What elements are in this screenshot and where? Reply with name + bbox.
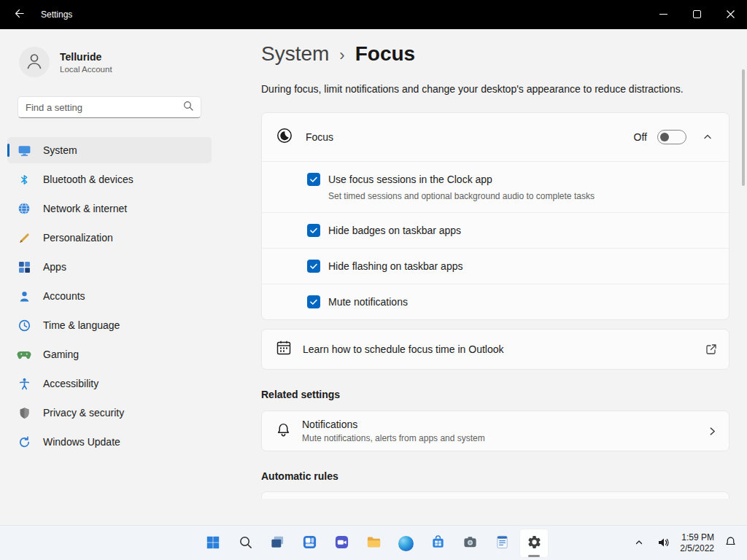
search-icon [183,101,193,114]
taskbar: 1:59 PM 2/5/2022 [0,525,747,560]
taskbar-clock[interactable]: 1:59 PM 2/5/2022 [680,532,714,554]
sidebar-item-accounts[interactable]: Accounts [7,283,212,309]
option-row-focus-sessions[interactable]: Use focus sessions in the Clock app Set … [262,161,729,212]
sidebar-nav: System Bluetooth & devices Network & int… [0,137,219,455]
main-content: System › Focus During focus, limit notif… [219,29,747,525]
sidebar: Telluride Local Account System Bluetoo [0,29,219,525]
sidebar-item-label: Apps [43,261,66,273]
chat-camera-icon [334,534,349,552]
user-account-row[interactable]: Telluride Local Account [0,39,219,85]
back-arrow-icon [14,8,25,21]
focus-toggle-state: Off [634,131,647,143]
clock-icon [17,319,31,332]
sidebar-item-windows-update[interactable]: Windows Update [7,429,212,455]
sidebar-item-label: Accounts [43,290,85,302]
related-settings-heading: Related settings [261,389,729,400]
speaker-icon [657,536,670,551]
bluetooth-icon [17,174,31,186]
widgets-icon [302,534,317,552]
clock-time: 1:59 PM [680,532,714,543]
maximize-button[interactable] [680,0,713,29]
accounts-person-icon [17,290,31,303]
start-button[interactable] [198,529,228,558]
taskbar-app-icons [198,529,549,558]
close-button[interactable] [713,0,747,29]
tray-chevron-up-button[interactable] [632,535,646,552]
update-arrows-icon [17,436,31,448]
scrollbar-thumb[interactable] [742,69,745,186]
partial-card [261,491,729,499]
sidebar-item-system[interactable]: System [7,137,212,163]
window-title: Settings [41,9,72,20]
bell-icon [276,422,291,440]
option-row-hide-badges[interactable]: Hide badges on taskbar apps [262,212,729,248]
external-link-icon [705,343,717,355]
close-icon [727,9,735,20]
task-view-button[interactable] [263,529,292,558]
sidebar-item-bluetooth-devices[interactable]: Bluetooth & devices [7,166,212,192]
sidebar-item-apps[interactable]: Apps [7,254,212,280]
minimize-button[interactable] [646,0,680,29]
focus-header-row[interactable]: Focus Off [262,113,729,161]
chat-button[interactable] [327,529,356,558]
sidebar-item-label: System [43,144,77,156]
user-name: Telluride [60,51,112,63]
store-button[interactable] [423,529,452,558]
checkbox-checked[interactable] [307,260,320,273]
chevron-up-icon[interactable] [697,126,719,148]
task-view-icon [270,534,285,552]
checkbox-checked[interactable] [307,224,320,237]
search-icon [239,535,252,551]
network-globe-icon [17,202,31,215]
bell-icon [724,536,737,551]
volume-button[interactable] [654,533,673,554]
file-explorer-button[interactable] [359,529,388,558]
focus-toggle[interactable] [657,130,686,144]
checkbox-checked[interactable] [307,173,320,186]
sidebar-item-time-language[interactable]: Time & language [7,312,212,338]
settings-app-button[interactable] [519,529,549,558]
search-box[interactable] [18,96,201,118]
store-bag-icon [430,534,446,552]
chevron-up-icon [635,538,643,549]
checkbox-checked[interactable] [307,295,320,308]
automatic-rules-heading: Automatic rules [261,470,729,482]
page-description: During focus, limit notifications and ch… [261,83,729,95]
edge-browser-icon [398,536,414,551]
windows-start-icon [206,535,220,552]
back-button[interactable] [4,2,34,27]
notepad-button[interactable] [487,529,516,558]
system-icon [17,144,31,158]
outlook-link-card[interactable]: Learn how to schedule focus time in Outl… [261,329,729,370]
widgets-button[interactable] [295,529,324,558]
taskbar-search-button[interactable] [231,529,260,558]
chevron-right-icon [708,427,717,436]
edge-button[interactable] [391,529,420,558]
gear-icon [527,534,542,552]
focus-card-group: Focus Off Use focus sessions in the Cloc… [261,112,729,320]
focus-icon [276,128,293,147]
sidebar-item-accessibility[interactable]: Accessibility [7,370,212,397]
sidebar-item-gaming[interactable]: Gaming [7,341,212,368]
notepad-icon [495,534,510,552]
option-row-mute-notifications[interactable]: Mute notifications [262,284,729,319]
calendar-icon [276,340,292,359]
sidebar-item-network-internet[interactable]: Network & internet [7,195,212,222]
option-label: Hide badges on taskbar apps [328,224,461,237]
page-title: Focus [355,42,415,66]
notifications-label: Notifications [302,419,485,430]
sidebar-item-label: Accessibility [43,378,98,389]
sidebar-item-privacy-security[interactable]: Privacy & security [7,400,212,426]
gamepad-icon [17,349,31,361]
sidebar-item-personalization[interactable]: Personalization [7,225,212,251]
breadcrumb-system[interactable]: System [261,42,329,66]
sidebar-item-label: Time & language [43,319,120,331]
notifications-card[interactable]: Notifications Mute notifications, alerts… [261,411,729,451]
search-input[interactable] [26,102,183,113]
clock-date: 2/5/2022 [680,543,714,554]
notification-center-button[interactable] [721,533,740,553]
camera-app-button[interactable] [455,529,484,558]
option-label: Mute notifications [328,295,408,308]
option-row-hide-flashing[interactable]: Hide flashing on taskbar apps [262,248,729,284]
sidebar-item-label: Privacy & security [43,407,124,419]
